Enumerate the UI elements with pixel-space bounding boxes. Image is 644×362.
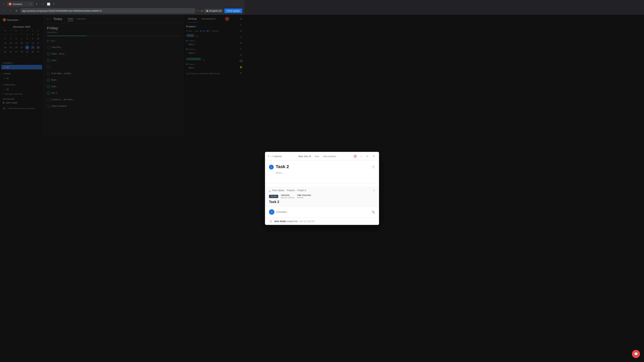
finish-update-button[interactable]: Finish update bbox=[224, 8, 242, 13]
active-tab[interactable]: S Sunsama × bbox=[7, 1, 34, 7]
maximize-button[interactable]: ⬜ bbox=[46, 2, 51, 6]
url-text: app.sunsama.com/group/17031827644696380?… bbox=[22, 9, 102, 12]
split-view-icon[interactable]: ⊡ bbox=[201, 9, 203, 12]
address-bar: ← → ↻ app.sunsama.com/group/170318276446… bbox=[0, 7, 244, 15]
bookmark-icon[interactable]: ☆ bbox=[197, 9, 200, 12]
incognito-label: Incognito (2) bbox=[209, 9, 221, 12]
back-nav-button[interactable]: ← bbox=[2, 8, 7, 13]
close-button[interactable]: × bbox=[52, 2, 55, 6]
tab-favicon: S bbox=[9, 3, 12, 5]
forward-nav-button[interactable]: → bbox=[8, 8, 13, 13]
minimize-button[interactable]: — bbox=[41, 2, 45, 6]
back-button[interactable]: ‹ bbox=[1, 2, 6, 6]
window-controls: — ⬜ × bbox=[41, 2, 55, 6]
tab-bar: ‹ S Sunsama × + — ⬜ × bbox=[0, 0, 244, 7]
incognito-icon: 🕵 bbox=[206, 9, 209, 12]
incognito-button[interactable]: 🕵 Incognito (2) bbox=[204, 9, 223, 13]
tab-title: Sunsama bbox=[13, 3, 29, 5]
refresh-nav-button[interactable]: ↻ bbox=[14, 8, 19, 13]
browser-chrome: ‹ S Sunsama × + — ⬜ × ← → ↻ app.sunsama.… bbox=[0, 0, 244, 15]
new-tab-button[interactable]: + bbox=[34, 2, 39, 6]
url-bar[interactable]: app.sunsama.com/group/17031827644696380?… bbox=[20, 8, 196, 13]
modal-overlay[interactable]: ↻ # channel Start: Dec 23 Due Add subtas… bbox=[0, 15, 244, 137]
tab-close-icon[interactable]: × bbox=[30, 3, 32, 5]
